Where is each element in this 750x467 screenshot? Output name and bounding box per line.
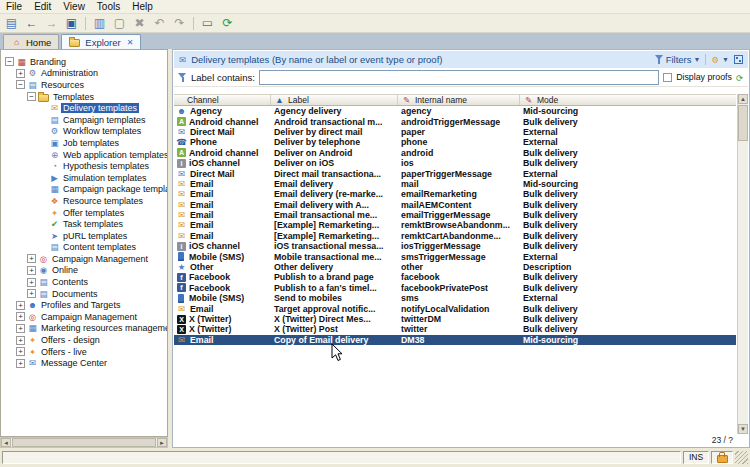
refresh-button[interactable]: ⟳ (736, 72, 744, 83)
tree-item-campaign-templates[interactable]: ▤Campaign templates (1, 114, 167, 126)
menu-help[interactable]: Help (126, 0, 159, 13)
redo-button[interactable]: ↷ (170, 15, 189, 32)
tree-item-delivery-templates[interactable]: ✉Delivery templates (1, 102, 167, 114)
expand-icon[interactable]: + (16, 336, 25, 345)
tab-explorer[interactable]: Explorer✕ (61, 34, 141, 49)
view-settings-button[interactable]: ⚙ ▼ (711, 54, 729, 65)
scroll-left-icon[interactable]: ◄ (1, 438, 11, 447)
label-contains-input[interactable] (259, 70, 659, 85)
scroll-up-icon[interactable]: ▲ (738, 94, 748, 104)
resize-grip[interactable] (735, 451, 748, 464)
tree-item-purl-templates[interactable]: ➤pURL templates (1, 230, 167, 242)
menu-view[interactable]: View (57, 0, 91, 13)
table-row[interactable]: ✉Email[Example] Remarketing...remktBrows… (174, 220, 736, 230)
table-row[interactable]: Mobile (SMS)Send to mobilessmsExternal (174, 293, 736, 303)
tree-item-web-application-templates[interactable]: ⊕Web application templates (1, 149, 167, 161)
table-row[interactable]: ✉Direct MailDirect mail transactiona...p… (174, 168, 736, 178)
tab-home[interactable]: ⌂Home (3, 34, 59, 49)
table-row[interactable]: ✉EmailEmail delivery (re-marke...emailRe… (174, 189, 736, 199)
table-row[interactable]: ✉Email[Example] Remarketing...remktCartA… (174, 231, 736, 241)
display-proofs-checkbox[interactable] (663, 73, 672, 82)
table-vertical-scrollbar[interactable]: ▲ ▼ (737, 94, 748, 434)
table-row[interactable]: ✉EmailEmail delivery with A...mailAEMCon… (174, 200, 736, 210)
table-row[interactable]: XX (Twitter)X (Twitter) PosttwitterBulk … (174, 324, 736, 334)
table-row[interactable]: ✉EmailEmail transactional me...emailTrig… (174, 210, 736, 220)
tree-item-templates[interactable]: −Templates (1, 91, 167, 103)
table-row[interactable]: ✉EmailCopy of Email deliveryDM38Mid-sour… (174, 335, 736, 345)
expand-icon[interactable]: + (16, 324, 25, 333)
table-row[interactable]: AAndroid channelAndroid transactional m.… (174, 116, 736, 126)
expand-icon[interactable]: + (16, 69, 25, 78)
refresh-toolbar-button[interactable]: ⟳ (218, 15, 237, 32)
scroll-right-icon[interactable]: ► (157, 438, 167, 447)
save-button[interactable]: ▣ (62, 15, 81, 32)
scrollbar-thumb[interactable] (12, 438, 156, 447)
tree-item-documents[interactable]: +▤Documents (1, 288, 167, 300)
tree-item-online[interactable]: +◉Online (1, 265, 167, 277)
tree-horizontal-scrollbar[interactable]: ◄ ► (0, 437, 168, 448)
tree-item-simulation-templates[interactable]: ▶Simulation templates (1, 172, 167, 184)
collapse-icon[interactable]: − (27, 92, 36, 101)
table-row[interactable]: XX (Twitter)X (Twitter) Direct Mes...twi… (174, 314, 736, 324)
forward-button[interactable]: → (42, 15, 61, 32)
tree-item-message-center[interactable]: +✉Message Center (1, 357, 167, 369)
undo-button[interactable]: ↶ (150, 15, 169, 32)
tree-item-campaign-management[interactable]: +◎Campaign Management (1, 311, 167, 323)
delete-button[interactable]: ✖ (130, 15, 149, 32)
tree-item-resources[interactable]: −▤Resources (1, 79, 167, 91)
table-row[interactable]: ☻AgencyAgency deliveryagencyMid-sourcing (174, 106, 736, 116)
filters-button[interactable]: Filters ▼ (655, 54, 701, 65)
tree-item-content-templates[interactable]: ▤Content templates (1, 242, 167, 254)
scrollbar-thumb[interactable] (738, 105, 748, 141)
menu-file[interactable]: File (0, 0, 28, 13)
tree-item-branding[interactable]: −▦Branding (1, 56, 167, 68)
tree-item-offers-live[interactable]: +✦Offers - live (1, 346, 167, 358)
tree-item-hypothesis-templates[interactable]: ◔Hypothesis templates (1, 160, 167, 172)
tree-item-marketing-resources-management[interactable]: +▦Marketing resources management (1, 323, 167, 335)
table-row[interactable]: iiOS channeliOS transactional messa...io… (174, 241, 736, 251)
column-header-channel[interactable]: Channel (174, 95, 271, 105)
column-header-mode[interactable]: ✎Mode (520, 95, 736, 105)
tree-item-profiles-and-targets[interactable]: +☻Profiles and Targets (1, 299, 167, 311)
table-row[interactable]: ✉EmailTarget approval notific...notifyLo… (174, 303, 736, 313)
fullscreen-button[interactable] (734, 55, 743, 64)
scrollbar-track[interactable] (738, 142, 748, 424)
table-row[interactable]: ✉EmailEmail deliverymailMid-sourcing (174, 179, 736, 189)
tree-item-offer-templates[interactable]: ✦Offer templates (1, 207, 167, 219)
table-row[interactable]: Mobile (SMS)Mobile transactional me...sm… (174, 251, 736, 261)
paste-button[interactable]: ▢ (110, 15, 129, 32)
tree-item-job-templates[interactable]: ▣Job templates (1, 137, 167, 149)
expand-icon[interactable]: + (27, 254, 36, 263)
print-button[interactable]: ▭ (198, 15, 217, 32)
expand-icon[interactable]: + (16, 312, 25, 321)
tree-item-administration[interactable]: +⚙Administration (1, 68, 167, 80)
table-row[interactable]: iiOS channelDeliver on iOSiosBulk delive… (174, 158, 736, 168)
table-row[interactable]: ☎PhoneDeliver by telephonephoneExternal (174, 137, 736, 147)
tree-item-campaign-package-templates[interactable]: ▦Campaign package templates (1, 184, 167, 196)
menu-tools[interactable]: Tools (91, 0, 126, 13)
tree-item-resource-templates[interactable]: ❖Resource templates (1, 195, 167, 207)
collapse-icon[interactable]: − (5, 57, 14, 66)
column-header-internal-name[interactable]: ✎Internal name (398, 95, 520, 105)
table-row[interactable]: fFacebookPublish to a fan's timel...face… (174, 283, 736, 293)
tree-item-task-templates[interactable]: ✔Task templates (1, 218, 167, 230)
table-row[interactable]: AAndroid channelDeliver on Androidandroi… (174, 148, 736, 158)
expand-icon[interactable]: + (27, 289, 36, 298)
menu-edit[interactable]: Edit (28, 0, 57, 13)
collapse-icon[interactable]: − (16, 80, 25, 89)
scroll-down-icon[interactable]: ▼ (738, 424, 748, 434)
close-tab-icon[interactable]: ✕ (127, 38, 134, 47)
table-row[interactable]: ★OtherOther deliveryotherDescription (174, 262, 736, 272)
new-document-button[interactable]: ▤ (2, 15, 21, 32)
tree-item-contents[interactable]: +▤Contents (1, 276, 167, 288)
expand-icon[interactable]: + (16, 347, 25, 356)
table-row[interactable]: ✉Direct MailDeliver by direct mailpaperE… (174, 127, 736, 137)
table-row[interactable]: fFacebookPublish to a brand pagefacebook… (174, 272, 736, 282)
back-button[interactable]: ← (22, 15, 41, 32)
tree-item-campaign-management[interactable]: +◎Campaign Management (1, 253, 167, 265)
column-header-label[interactable]: ▲Label (271, 95, 398, 105)
expand-icon[interactable]: + (27, 278, 36, 287)
expand-icon[interactable]: + (27, 266, 36, 275)
expand-icon[interactable]: + (16, 359, 25, 368)
tree-item-workflow-templates[interactable]: ⚙Workflow templates (1, 126, 167, 138)
